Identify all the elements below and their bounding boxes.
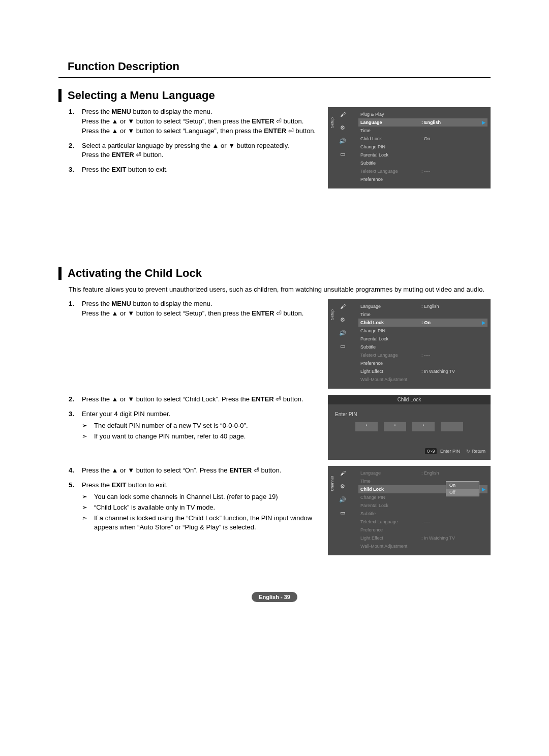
note-arrow-icon: ➣ bbox=[82, 503, 92, 513]
osd-menu-row: Child Lock: On bbox=[358, 135, 487, 143]
step-item: 1.Press the MENU button to display the m… bbox=[69, 299, 323, 319]
osd-menu-row: Language: English bbox=[358, 302, 487, 310]
note-item: ➣“Child Lock” is available only in TV mo… bbox=[82, 503, 323, 513]
step-item: 5.Press the EXIT button to exit. ➣You ca… bbox=[69, 481, 323, 532]
section-title-childlock: Activating the Child Lock bbox=[58, 267, 491, 280]
input-icon: ▭ bbox=[339, 343, 346, 350]
option-popup[interactable]: OnOff bbox=[446, 481, 479, 496]
osd-setup-language: Setup 🖌 ⚙ 🔊 ▭ Plug & PlayLanguage: Engli… bbox=[328, 107, 491, 188]
osd-menu-row: Preference bbox=[358, 359, 487, 367]
steps-list-sec1: 1.Press the MENU button to display the m… bbox=[58, 107, 323, 175]
step-item: 3.Enter your 4 digit PIN number. ➣The de… bbox=[69, 410, 323, 442]
osd-menu-row[interactable]: Child Lock: On▶ bbox=[358, 319, 487, 327]
page-number-badge: English - 39 bbox=[252, 592, 297, 602]
page-footer: English - 39 bbox=[58, 592, 491, 602]
step-item: 4.Press the ▲ or ▼ button to select “On”… bbox=[69, 466, 323, 476]
osd-menu-row: Parental Lock bbox=[358, 501, 487, 510]
osd-menu-row: Change PIN bbox=[358, 143, 487, 151]
audio-icon: 🔊 bbox=[339, 330, 346, 337]
osd-menu-row: Plug & Play bbox=[358, 110, 487, 118]
osd-pin-title: Child Lock bbox=[328, 395, 491, 404]
osd-menu-row: Teletext Language: ---- bbox=[358, 518, 487, 526]
steps-list-sec2b: 2.Press the ▲ or ▼ button to select “Chi… bbox=[58, 395, 323, 441]
osd-side-label: Channel bbox=[330, 476, 334, 491]
input-icon: ▭ bbox=[339, 151, 346, 158]
paint-icon: 🖌 bbox=[339, 303, 346, 310]
section-intro: This feature allows you to prevent unaut… bbox=[69, 285, 491, 294]
osd-menu-row: Preference bbox=[358, 526, 487, 534]
osd-menu-row: Light Effect: In Watching TV bbox=[358, 367, 487, 375]
input-icon: ▭ bbox=[339, 510, 346, 517]
pin-range-badge: 0~9 bbox=[425, 448, 437, 454]
section-title-language: Selecting a Menu Language bbox=[58, 89, 491, 102]
audio-icon: 🔊 bbox=[339, 496, 346, 503]
step-item: 2.Press the ▲ or ▼ button to select “Chi… bbox=[69, 395, 323, 404]
gear-icon: ⚙ bbox=[339, 124, 346, 132]
main-title-box: Function Description bbox=[58, 56, 491, 78]
pin-boxes[interactable]: *** bbox=[328, 422, 491, 431]
osd-menu-row[interactable]: Language: English▶ bbox=[358, 118, 487, 127]
osd-menu-row: Subtitle bbox=[358, 159, 487, 167]
note-item: ➣You can lock some channels in Channel L… bbox=[82, 492, 323, 502]
step-item: 3.Press the EXIT button to exit. bbox=[69, 165, 323, 175]
osd-side-label: Setup bbox=[330, 117, 334, 128]
osd-menu-row: Wall-Mount Adjustment bbox=[358, 375, 487, 384]
osd-menu-row: Teletext Language: ---- bbox=[358, 351, 487, 359]
pin-digit-box[interactable] bbox=[441, 422, 463, 431]
osd-menu-row: Teletext Language: ---- bbox=[358, 167, 487, 175]
note-arrow-icon: ➣ bbox=[82, 421, 92, 431]
osd-menu-row: Preference bbox=[358, 175, 487, 183]
osd-icon-strip: 🖌 ⚙ 🔊 ▭ bbox=[339, 470, 346, 517]
step-item: 1.Press the MENU button to display the m… bbox=[69, 107, 323, 136]
step-item: 2.Select a particular language by pressi… bbox=[69, 141, 323, 161]
osd-childlock-options: Channel 🖌 ⚙ 🔊 ▭ Language: EnglishTimeChi… bbox=[328, 466, 491, 555]
note-arrow-icon: ➣ bbox=[82, 514, 92, 533]
osd-menu-row: Parental Lock bbox=[358, 151, 487, 159]
osd-menu-row: Language: English bbox=[358, 469, 487, 477]
main-title: Function Description bbox=[58, 60, 491, 73]
note-arrow-icon: ➣ bbox=[82, 432, 92, 442]
osd-menu-row: Subtitle bbox=[358, 510, 487, 518]
osd-pin-footer: 0~9 Enter PIN ↻ Return bbox=[328, 447, 491, 456]
osd-menu-row: Wall-Mount Adjustment bbox=[358, 542, 487, 550]
note-item: ➣If you want to change PIN number, refer… bbox=[82, 432, 323, 442]
gear-icon: ⚙ bbox=[339, 483, 346, 490]
osd-menu-row: Subtitle bbox=[358, 343, 487, 351]
chevron-right-icon: ▶ bbox=[482, 320, 485, 325]
osd-menu-row: Change PIN bbox=[358, 327, 487, 335]
osd-pin-label: Enter PIN bbox=[328, 404, 491, 420]
paint-icon: 🖌 bbox=[339, 111, 346, 118]
gear-icon: ⚙ bbox=[339, 317, 346, 324]
note-arrow-icon: ➣ bbox=[82, 492, 92, 502]
osd-icon-strip: 🖌 ⚙ 🔊 ▭ bbox=[339, 303, 346, 350]
note-item: ➣The default PIN number of a new TV set … bbox=[82, 421, 323, 431]
paint-icon: 🖌 bbox=[339, 470, 346, 477]
pin-digit-box[interactable]: * bbox=[355, 422, 378, 431]
pin-digit-box[interactable]: * bbox=[384, 422, 406, 431]
osd-menu-row: Parental Lock bbox=[358, 335, 487, 343]
chevron-right-icon: ▶ bbox=[482, 120, 485, 125]
osd-menu-row: Time bbox=[358, 127, 487, 135]
osd-menu-row: Time bbox=[358, 310, 487, 319]
option-item[interactable]: Off bbox=[446, 489, 479, 496]
pin-digit-box[interactable]: * bbox=[412, 422, 435, 431]
osd-pin-dialog: Child Lock Enter PIN *** 0~9 Enter PIN ↻… bbox=[328, 395, 491, 460]
osd-side-label: Setup bbox=[330, 309, 334, 320]
steps-list-sec2c: 4.Press the ▲ or ▼ button to select “On”… bbox=[58, 466, 323, 532]
steps-list-sec2a: 1.Press the MENU button to display the m… bbox=[58, 299, 323, 319]
option-item[interactable]: On bbox=[446, 482, 479, 489]
osd-icon-strip: 🖌 ⚙ 🔊 ▭ bbox=[339, 111, 346, 158]
audio-icon: 🔊 bbox=[339, 138, 346, 145]
note-item: ➣If a channel is locked using the “Child… bbox=[82, 514, 323, 533]
chevron-right-icon: ▶ bbox=[482, 487, 485, 492]
osd-setup-childlock: Setup 🖌 ⚙ 🔊 ▭ Language: EnglishTimeChild… bbox=[328, 299, 491, 389]
osd-menu-row: Light Effect: In Watching TV bbox=[358, 534, 487, 542]
